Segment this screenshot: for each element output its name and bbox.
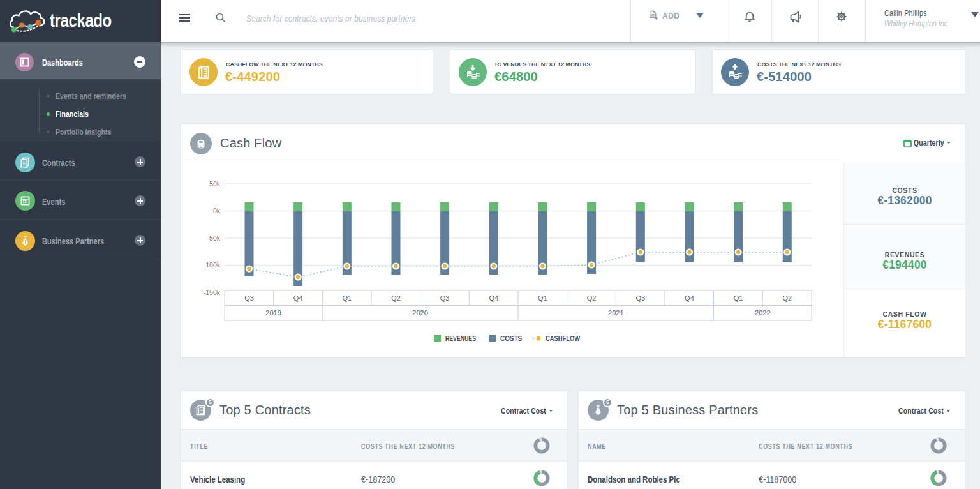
svg-text:Q4: Q4 xyxy=(685,294,694,302)
svg-text:REVENUES: REVENUES xyxy=(445,335,476,342)
svg-text:Q3: Q3 xyxy=(244,294,254,302)
svg-text:Q1: Q1 xyxy=(734,294,743,302)
svg-text:2021: 2021 xyxy=(608,309,623,317)
svg-text:Q2: Q2 xyxy=(782,294,792,302)
svg-text:Q2: Q2 xyxy=(391,294,401,302)
svg-text:2020: 2020 xyxy=(412,309,427,317)
svg-text:CASHFLOW: CASHFLOW xyxy=(546,335,581,342)
svg-text:Q3: Q3 xyxy=(440,294,450,302)
svg-text:2019: 2019 xyxy=(265,309,281,317)
svg-text:2022: 2022 xyxy=(755,309,770,317)
svg-text:Q1: Q1 xyxy=(342,294,352,302)
svg-text:Q1: Q1 xyxy=(538,294,547,302)
svg-text:-100k: -100k xyxy=(204,261,221,269)
svg-text:Q4: Q4 xyxy=(293,294,303,302)
svg-text:Q3: Q3 xyxy=(635,294,645,302)
svg-text:50k: 50k xyxy=(209,180,221,188)
svg-text:-150k: -150k xyxy=(204,289,221,296)
svg-text:COSTS: COSTS xyxy=(500,335,522,342)
svg-text:-50k: -50k xyxy=(207,234,221,242)
svg-text:Q2: Q2 xyxy=(587,294,597,302)
svg-text:Q4: Q4 xyxy=(489,294,498,302)
svg-text:0k: 0k xyxy=(213,207,221,214)
